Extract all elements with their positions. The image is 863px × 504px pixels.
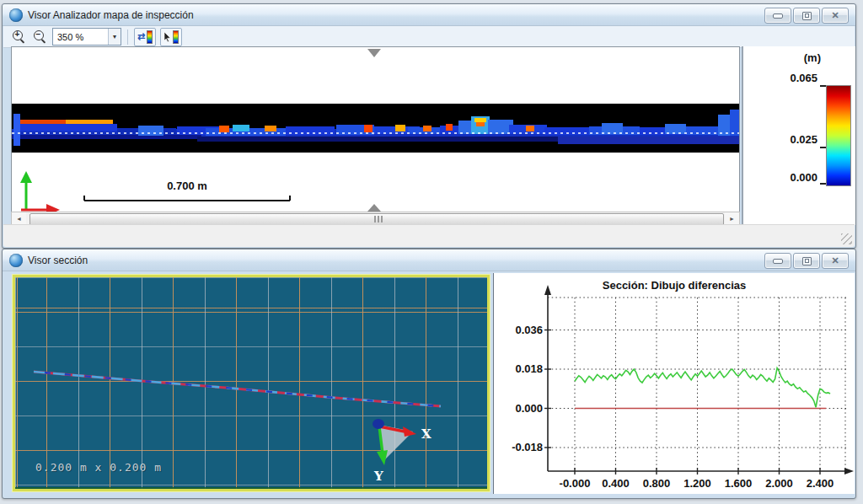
- window-visor-analizador: Visor Analizador mapa de inspección ✕ +: [2, 3, 856, 249]
- colorbar-gradient: [826, 85, 851, 186]
- chart-axis-labels: -0.0000.4000.8001.2001.6002.0002.4000.03…: [494, 273, 855, 494]
- heatmap-segment: [558, 137, 739, 144]
- scale-bar-label: 0.700 m: [81, 180, 293, 192]
- scale-bar-line: [81, 194, 293, 204]
- zoom-out-icon: −: [34, 30, 46, 43]
- window-visor-seccion: Visor sección ✕: [2, 249, 856, 499]
- heatmap-segment: [12, 135, 201, 139]
- toolbar-separator: [127, 29, 128, 45]
- map-axes-icon: [13, 169, 67, 213]
- heatmap-segment: [476, 122, 485, 126]
- colorbar-legend-panel: (m) 0.0650.0250.000: [742, 46, 855, 225]
- x-tick-label: 1.600: [716, 477, 760, 490]
- desktop: Visor Analizador mapa de inspección ✕ +: [0, 0, 863, 504]
- cursor-icon: [163, 32, 171, 42]
- y-tick-label: 0.036: [497, 324, 543, 336]
- zoom-level-value: 350 %: [53, 32, 108, 42]
- heatmap-segment: [265, 126, 276, 131]
- heatmap-segment: [423, 126, 432, 131]
- heatmap-segment: [219, 126, 229, 132]
- mini-colorbar-icon: [173, 30, 179, 44]
- zoom-out-button[interactable]: −: [31, 29, 48, 46]
- zoom-level-select[interactable]: 350 % ▾: [52, 28, 121, 46]
- close-button[interactable]: ✕: [822, 8, 849, 24]
- minimize-button[interactable]: [764, 253, 791, 269]
- colorbar-range-button[interactable]: ⇄: [134, 28, 156, 46]
- titlebar-analizador[interactable]: Visor Analizador mapa de inspección ✕: [3, 4, 855, 26]
- y-tick-label: 0.018: [497, 362, 543, 375]
- heatmap-segment: [20, 124, 117, 131]
- close-icon: ✕: [831, 11, 839, 20]
- heatmap-segment: [233, 125, 249, 131]
- toolbar: + − 350 % ▾ ⇄: [3, 26, 855, 48]
- resize-grip-icon[interactable]: [841, 233, 852, 244]
- section-3d-viewport[interactable]: X Y 0.200 m x 0.200 m: [13, 275, 490, 491]
- heatmap-segment: [286, 126, 335, 135]
- section-marker-top-icon[interactable]: [367, 49, 381, 57]
- axis-x-label: X: [421, 426, 432, 442]
- app-icon: [9, 254, 23, 267]
- heatmap-segment: [138, 126, 163, 136]
- colorbar-tick-label: 0.000: [764, 171, 817, 184]
- heatmap-segment: [602, 123, 623, 134]
- grid-size-label: 0.200 m x 0.200 m: [35, 461, 162, 474]
- section-marker-bottom-icon[interactable]: [367, 204, 381, 212]
- y-tick-label: -0.018: [497, 441, 543, 453]
- viewport-axes-triad-icon: X Y: [361, 415, 462, 482]
- heatmap-segment: [474, 118, 486, 122]
- section-chart-panel: Sección: Dibujo diferencias -0.0000.4000…: [493, 273, 855, 494]
- maximize-icon: [802, 12, 812, 20]
- inspection-heatmap-strip[interactable]: [12, 104, 739, 153]
- y-tick-label: 0.000: [497, 402, 543, 415]
- status-bar: [3, 224, 855, 247]
- titlebar-seccion[interactable]: Visor sección ✕: [3, 249, 855, 271]
- dropdown-arrow-icon[interactable]: ▾: [108, 29, 121, 45]
- app-icon: [9, 8, 23, 22]
- minimize-button[interactable]: [764, 8, 791, 24]
- maximize-icon: [802, 257, 812, 265]
- mini-colorbar-icon: [147, 30, 153, 44]
- window-title: Visor sección: [28, 255, 88, 266]
- scrollbar-grip-icon: [374, 216, 383, 223]
- x-tick-label: 0.400: [594, 477, 638, 490]
- heatmap-segment: [364, 125, 373, 132]
- colorbar-pick-button[interactable]: [160, 28, 182, 46]
- maximize-button[interactable]: [793, 253, 820, 269]
- heatmap-segment: [730, 110, 739, 136]
- heatmap-segment: [665, 124, 686, 134]
- x-tick-label: 2.000: [758, 477, 801, 490]
- swap-arrows-icon: ⇄: [137, 32, 145, 41]
- x-tick-label: 0.800: [635, 477, 678, 490]
- heatmap-segment: [446, 124, 453, 131]
- colorbar-tick-label: 0.025: [764, 133, 817, 146]
- colorbar-tick-label: 0.065: [764, 72, 817, 84]
- heatmap-segment: [526, 126, 534, 131]
- zoom-in-button[interactable]: +: [10, 29, 27, 46]
- scroll-left-button[interactable]: ◄: [12, 212, 26, 225]
- close-button[interactable]: ✕: [822, 253, 849, 269]
- axis-y-label: Y: [373, 469, 383, 482]
- minimize-icon: [773, 259, 783, 264]
- heatmap-segment: [13, 114, 20, 146]
- heatmap-segment: [20, 120, 67, 124]
- close-icon: ✕: [831, 256, 839, 265]
- maximize-button[interactable]: [793, 8, 820, 24]
- x-tick-label: 1.200: [676, 477, 720, 490]
- colorbar-unit-label: (m): [767, 51, 821, 64]
- x-tick-label: -0.000: [553, 477, 597, 490]
- scale-bar: 0.700 m: [81, 180, 293, 207]
- heatmap-segment: [66, 120, 113, 124]
- minimize-icon: [773, 13, 783, 19]
- x-tick-label: 2.400: [798, 477, 842, 490]
- heatmap-segment: [395, 125, 405, 131]
- zoom-in-icon: +: [13, 30, 25, 43]
- window-title: Visor Analizador mapa de inspección: [28, 9, 194, 21]
- scroll-right-button[interactable]: ►: [725, 212, 739, 225]
